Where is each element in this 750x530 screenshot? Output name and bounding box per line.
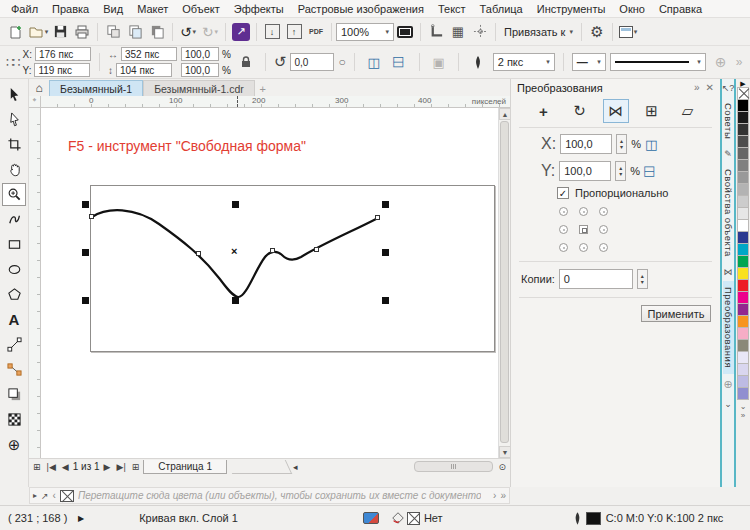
open-icon[interactable]: ▾ (27, 21, 49, 43)
menu-item[interactable]: Растровые изображения (291, 1, 431, 17)
connector-tool-icon[interactable] (2, 358, 26, 381)
horizontal-ruler[interactable]: 0 100 200 300 400 пикселей (41, 96, 510, 108)
text-tool-icon[interactable]: A (2, 308, 26, 331)
lock-ratio-icon[interactable] (235, 51, 257, 73)
selection-handle[interactable] (382, 249, 389, 256)
menu-item[interactable]: Справка (652, 1, 709, 17)
ruler-origin[interactable]: ⌖ (29, 96, 41, 108)
menu-item[interactable]: Таблица (473, 1, 530, 17)
add-page-before-icon[interactable]: ⊞ (31, 462, 43, 472)
selection-handle[interactable] (232, 297, 239, 304)
transform-position-icon[interactable]: + (531, 99, 557, 123)
apply-button[interactable]: Применить (641, 305, 711, 322)
scale-y-spinner[interactable]: ▴▾ (615, 161, 626, 181)
guidelines-icon[interactable] (469, 21, 491, 43)
selection-handle[interactable] (82, 249, 89, 256)
strip-scroll-icon[interactable]: ⌄ (724, 395, 732, 413)
scale-y-docker-input[interactable]: 100,0 (559, 161, 611, 181)
menu-item[interactable]: Вид (96, 1, 130, 17)
tab-object-properties[interactable]: Свойства объекта (723, 163, 734, 263)
document-tab-active[interactable]: Безымянный-1 (49, 80, 143, 96)
status-flyout-icon[interactable]: ▶ (78, 514, 84, 523)
tab-transformations[interactable]: Преобразования (723, 281, 734, 374)
search-content-icon[interactable]: ↗ (230, 21, 252, 43)
application-launcher-icon[interactable]: ▾ (617, 21, 639, 43)
palette-play-icon[interactable]: ▸ (33, 491, 37, 500)
anchor-middle-left[interactable] (559, 225, 568, 234)
object-x-input[interactable]: 176 пкс (35, 47, 91, 61)
menu-item[interactable]: Правка (45, 1, 96, 17)
outline-width-select[interactable]: 2 пкс▾ (493, 53, 555, 71)
rotation-angle-input[interactable]: 0,0 (290, 53, 334, 71)
fill-none-swatch[interactable] (407, 512, 420, 525)
anchor-top-right[interactable] (599, 207, 608, 216)
menu-item[interactable]: Файл (4, 1, 45, 17)
pick-tool-icon[interactable] (2, 83, 26, 106)
vertical-ruler[interactable] (29, 108, 41, 458)
zoom-level-select[interactable]: 100%▾ (336, 23, 394, 41)
add-docker-icon[interactable]: ⊕ (723, 374, 732, 395)
no-color-swatch[interactable] (737, 87, 749, 100)
document-tab[interactable]: Безымянный-1.cdr (143, 80, 255, 96)
grid-icon[interactable]: ▦ (447, 21, 469, 43)
palette-scroll-down-icon[interactable]: ⌄» (740, 402, 747, 420)
mirror-horizontal-icon[interactable]: ◫ (363, 51, 385, 73)
rectangle-tool-icon[interactable] (2, 233, 26, 256)
arrowhead-select[interactable]: —▾ (572, 53, 606, 71)
transform-skew-icon[interactable]: ▱ (675, 99, 701, 123)
export-icon[interactable]: ↑ (283, 21, 305, 43)
copies-input[interactable]: 0 (559, 269, 633, 289)
propbar-overflow-icon[interactable]: » (736, 55, 743, 69)
menu-item[interactable]: Окно (612, 1, 652, 17)
dimension-tool-icon[interactable] (2, 333, 26, 356)
copies-spinner[interactable]: ▴▾ (637, 269, 648, 289)
line-style-select[interactable]: ▾ (610, 53, 706, 71)
rulers-icon[interactable] (425, 21, 447, 43)
docker-collapse-icon[interactable]: » (694, 82, 700, 93)
cut-icon[interactable] (102, 21, 124, 43)
home-tab-icon[interactable]: ⌂ (29, 80, 49, 96)
hscroll-left-icon[interactable]: ◂ (291, 462, 300, 472)
display-proof-icon[interactable] (363, 512, 379, 524)
transform-size-icon[interactable]: ⊞ (639, 99, 665, 123)
scale-y-input[interactable]: 100,0 (181, 63, 219, 77)
anchor-top-center[interactable] (579, 207, 588, 216)
undo-icon[interactable]: ↺▾ (177, 21, 199, 43)
palette-more-icon[interactable]: » (500, 490, 506, 501)
prev-page-icon[interactable]: ◀ (60, 462, 71, 472)
menu-item[interactable]: Текст (431, 1, 473, 17)
anchor-top-left[interactable] (559, 207, 568, 216)
new-document-icon[interactable] (5, 21, 27, 43)
selection-handle[interactable] (82, 297, 89, 304)
save-icon[interactable] (49, 21, 71, 43)
import-icon[interactable]: ↓ (261, 21, 283, 43)
add-page-after-icon[interactable]: ⊞ (130, 462, 142, 472)
scale-x-input[interactable]: 100,0 (181, 47, 219, 61)
horizontal-scrollbar[interactable] (305, 461, 481, 472)
proportional-checkbox[interactable]: ✓ (557, 187, 569, 199)
curve-node[interactable] (196, 251, 201, 256)
drop-shadow-tool-icon[interactable] (2, 383, 26, 406)
polygon-tool-icon[interactable] (2, 283, 26, 306)
redo-icon[interactable]: ↻▾ (199, 21, 221, 43)
mirror-horizontal-docker-icon[interactable]: ◫ (645, 137, 657, 152)
menu-item[interactable]: Макет (130, 1, 175, 17)
options-gear-icon[interactable]: ⚙ (586, 21, 608, 43)
selection-handle[interactable] (382, 297, 389, 304)
curve-node[interactable] (314, 247, 319, 252)
menu-item[interactable]: Эффекты (227, 1, 291, 17)
object-height-input[interactable]: 104 пкс (116, 63, 172, 77)
pan-tool-icon[interactable] (2, 158, 26, 181)
palette-eyedrop-icon[interactable]: ↗ (41, 491, 49, 501)
transform-rotate-icon[interactable]: ↻ (567, 99, 593, 123)
color-swatch[interactable] (737, 387, 749, 400)
anchor-bottom-left[interactable] (559, 243, 568, 252)
first-page-icon[interactable]: |◀ (45, 462, 58, 472)
docker-close-icon[interactable]: ✕ (706, 82, 714, 93)
page-tab[interactable]: Страница 1 (143, 460, 227, 474)
crop-tool-icon[interactable] (2, 133, 26, 156)
object-y-input[interactable]: 119 пкс (34, 63, 90, 77)
selection-handle[interactable] (382, 201, 389, 208)
selection-handle[interactable] (82, 201, 89, 208)
snap-to-button[interactable]: Привязать к▾ (500, 22, 577, 42)
